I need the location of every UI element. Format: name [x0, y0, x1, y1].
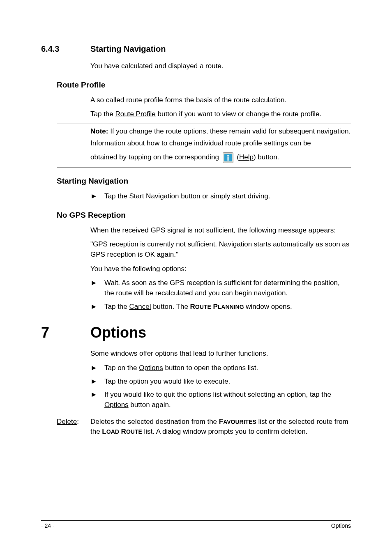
chapter7-bullet-2: ► Tap the option you would like to execu…: [90, 377, 351, 387]
text: Tap on the: [104, 364, 139, 372]
chapter-title: Options: [90, 324, 146, 341]
text: window opens.: [244, 303, 292, 310]
section-intro: You have calculated and displayed a rout…: [90, 61, 351, 71]
note-line-3: obtained by tapping on the corresponding…: [90, 152, 351, 163]
route-planning-label: ROUTE PLANNING: [190, 303, 244, 310]
options-link: Options: [139, 364, 163, 372]
paren-open: (: [235, 154, 239, 161]
chapter-number: 7: [41, 324, 90, 341]
route-profile-p2: Tap the Route Profile button if you want…: [90, 109, 351, 120]
note-line-2: Information about how to change individu…: [90, 138, 351, 149]
sc: OAD: [106, 428, 119, 435]
def-sep: :: [77, 418, 79, 426]
no-gps-p3: You have the following options:: [90, 264, 351, 274]
section-title: Starting Navigation: [90, 44, 166, 53]
favourites-label: FAVOURITES: [219, 418, 256, 426]
load-route-label: LOAD ROUTE: [102, 428, 142, 435]
text: Tap the: [104, 303, 129, 310]
text: button or simply start driving.: [179, 192, 270, 200]
text: button again.: [129, 401, 171, 409]
sc: LANNING: [218, 304, 244, 310]
options-link: Options: [104, 401, 129, 409]
sc: R: [119, 428, 126, 435]
note-label: Note:: [90, 127, 108, 135]
sc: OUTE: [195, 304, 211, 310]
sc: P: [211, 303, 218, 310]
route-profile-p1: A so called route profile forms the basi…: [90, 95, 351, 106]
text: obtained by tapping on the corresponding: [90, 154, 221, 161]
text: button. The: [151, 303, 190, 310]
def-term: Delete: [57, 418, 77, 426]
no-gps-p2: "GPS reception is currently not sufficie…: [90, 239, 351, 260]
no-gps-heading: No GPS Reception: [57, 211, 126, 219]
text: If you would like to quit the options li…: [104, 391, 331, 398]
route-profile-heading-row: Route Profile: [57, 80, 351, 90]
route-profile-heading: Route Profile: [57, 80, 105, 89]
text: Deletes the selected destination from th…: [90, 418, 219, 426]
svg-point-2: [227, 155, 229, 157]
text: list. A dialog window prompts you to con…: [142, 428, 308, 435]
paren-close: ) button.: [254, 154, 279, 161]
note-body: If you change the route options, these r…: [108, 127, 350, 135]
delete-definition: Delete: Deletes the selected destination…: [57, 417, 351, 437]
chapter7-bullet-3: ► If you would like to quit the options …: [90, 390, 351, 410]
page-number: - 24 -: [41, 522, 55, 529]
section-number: 6.4.3: [41, 44, 59, 53]
no-gps-bullet-2: ► Tap the Cancel button. The ROUTE PLANN…: [90, 302, 351, 312]
def-term-wrap: Delete:: [57, 417, 90, 437]
bullet-marker: ►: [90, 390, 104, 410]
bullet-marker: ►: [90, 278, 104, 298]
note-line-1: Note: If you change the route options, t…: [90, 126, 351, 137]
footer-section: Options: [331, 522, 351, 529]
bullet-text: Tap the option you would like to execute…: [104, 377, 351, 387]
note-block: Note: If you change the route options, t…: [90, 124, 351, 163]
chapter7-p1: Some windows offer options that lead to …: [90, 349, 351, 359]
route-profile-link: Route Profile: [115, 110, 156, 118]
text: button to open the options list.: [163, 364, 258, 372]
bullet-marker: ►: [90, 191, 104, 202]
note-divider-bottom: [57, 167, 351, 168]
start-nav-bullet: ► Tap the Start Navigation button or sim…: [90, 191, 351, 202]
help-icon: [223, 152, 233, 163]
starting-navigation-heading: Starting Navigation: [57, 177, 128, 185]
section-6-4-3-heading: 6.4.3 Starting Navigation: [41, 44, 351, 54]
no-gps-heading-row: No GPS Reception: [57, 211, 351, 220]
bullet-text: Tap the Start Navigation button or simpl…: [104, 191, 351, 202]
no-gps-p1: When the received GPS signal is not suff…: [90, 225, 351, 236]
sc: AVOURITES: [223, 419, 256, 425]
bullet-text: Wait. As soon as the GPS reception is su…: [104, 278, 351, 298]
sc: R: [190, 303, 195, 310]
svg-rect-3: [227, 157, 228, 161]
text: Tap the: [90, 110, 115, 118]
bullet-text: Tap the Cancel button. The ROUTE PLANNIN…: [104, 302, 351, 312]
help-link: Help: [239, 154, 254, 161]
bullet-text: Tap on the Options button to open the op…: [104, 363, 351, 373]
no-gps-bullet-1: ► Wait. As soon as the GPS reception is …: [90, 278, 351, 298]
page-footer: - 24 - Options: [41, 520, 351, 529]
bullet-text: If you would like to quit the options li…: [104, 390, 351, 410]
text: Tap the: [104, 192, 129, 200]
chapter7-bullet-1: ► Tap on the Options button to open the …: [90, 363, 351, 373]
def-body: Deletes the selected destination from th…: [90, 417, 351, 437]
start-navigation-link: Start Navigation: [129, 192, 179, 200]
bullet-marker: ►: [90, 377, 104, 387]
cancel-link: Cancel: [129, 303, 151, 310]
text: button if you want to view or change the…: [156, 110, 322, 118]
sc: OUTE: [126, 428, 142, 435]
chapter-7-heading: 7 Options: [41, 324, 351, 341]
bullet-marker: ►: [90, 363, 104, 373]
starting-navigation-heading-row: Starting Navigation: [57, 177, 351, 186]
bullet-marker: ►: [90, 302, 104, 312]
sc: L: [102, 428, 106, 435]
sc: F: [219, 418, 223, 426]
